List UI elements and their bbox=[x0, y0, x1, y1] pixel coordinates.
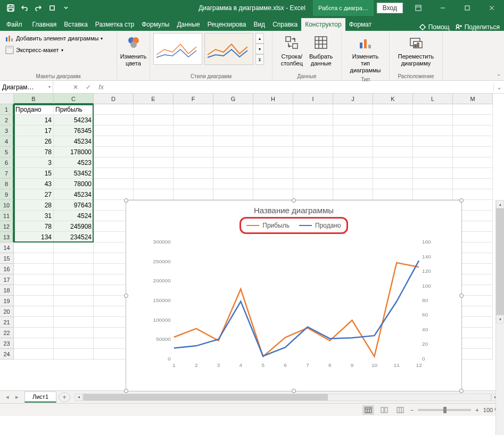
tab-chart-design[interactable]: Конструктор bbox=[301, 18, 345, 31]
scroll-up-button[interactable]: ▴ bbox=[496, 200, 504, 208]
row-header[interactable]: 17 bbox=[0, 274, 14, 285]
cell[interactable] bbox=[453, 126, 493, 136]
tab-file[interactable]: Файл bbox=[0, 18, 29, 31]
cell[interactable]: 4524 bbox=[54, 211, 94, 221]
cell[interactable] bbox=[253, 189, 293, 200]
cell[interactable] bbox=[54, 264, 94, 274]
column-header[interactable]: B bbox=[14, 94, 54, 104]
cell[interactable] bbox=[253, 104, 293, 115]
row-header[interactable]: 10 bbox=[0, 200, 14, 211]
column-header[interactable]: I bbox=[293, 94, 333, 104]
column-header[interactable]: J bbox=[333, 94, 373, 104]
cell[interactable]: 178000 bbox=[54, 147, 94, 157]
redo-button[interactable] bbox=[32, 2, 45, 14]
cell[interactable]: 45234 bbox=[54, 136, 94, 147]
row-header[interactable]: 13 bbox=[0, 232, 14, 242]
cancel-formula-button[interactable]: ✕ bbox=[69, 81, 82, 93]
tab-view[interactable]: Вид bbox=[250, 18, 269, 31]
page-layout-view-button[interactable] bbox=[378, 405, 390, 415]
cell[interactable] bbox=[253, 157, 293, 168]
cell[interactable] bbox=[293, 179, 333, 189]
close-button[interactable] bbox=[480, 0, 504, 16]
cell[interactable]: 134 bbox=[14, 232, 54, 242]
resize-handle[interactable] bbox=[459, 198, 464, 203]
chart-title[interactable]: Название диаграммы bbox=[126, 200, 461, 215]
cell[interactable] bbox=[14, 274, 54, 285]
cell[interactable] bbox=[14, 349, 54, 359]
cell[interactable] bbox=[134, 104, 173, 115]
cell[interactable] bbox=[14, 285, 54, 296]
cell[interactable] bbox=[54, 328, 94, 338]
sheet-nav-prev[interactable]: ◂ bbox=[3, 394, 12, 400]
cell[interactable] bbox=[213, 157, 253, 168]
tab-insert[interactable]: Вставка bbox=[60, 18, 92, 31]
cell[interactable] bbox=[134, 126, 173, 136]
expand-formula-bar-button[interactable]: ⌄ bbox=[493, 83, 504, 91]
cell[interactable] bbox=[413, 136, 453, 147]
cell[interactable]: 245908 bbox=[54, 221, 94, 232]
chart-plot-area[interactable]: 0500001000001500002000002500003000000204… bbox=[147, 236, 440, 374]
chart-object[interactable]: Название диаграммы Прибыль Продано 05000… bbox=[126, 200, 462, 391]
cell[interactable] bbox=[54, 338, 94, 349]
cell[interactable] bbox=[413, 104, 453, 115]
cell[interactable] bbox=[453, 168, 493, 179]
switch-row-column-button[interactable]: Строка/ столбец bbox=[279, 33, 305, 68]
cell[interactable] bbox=[213, 168, 253, 179]
cell[interactable] bbox=[453, 115, 493, 126]
cell[interactable] bbox=[293, 115, 333, 126]
enter-formula-button[interactable]: ✓ bbox=[82, 81, 95, 93]
cell[interactable] bbox=[453, 179, 493, 189]
cell[interactable] bbox=[373, 189, 413, 200]
column-header[interactable]: G bbox=[213, 94, 253, 104]
resize-handle[interactable] bbox=[459, 389, 464, 393]
cell[interactable] bbox=[173, 157, 213, 168]
cell[interactable] bbox=[293, 147, 333, 157]
cell[interactable]: 43 bbox=[14, 179, 54, 189]
cell[interactable] bbox=[333, 168, 373, 179]
row-header[interactable]: 22 bbox=[0, 328, 14, 338]
cell[interactable] bbox=[14, 306, 54, 317]
tab-format[interactable]: Формат bbox=[345, 18, 376, 31]
new-sheet-button[interactable]: + bbox=[59, 392, 70, 402]
row-header[interactable]: 24 bbox=[0, 349, 14, 359]
cell[interactable] bbox=[94, 168, 134, 179]
tell-me-button[interactable]: Помощ bbox=[419, 23, 450, 31]
touch-mode-button[interactable] bbox=[46, 2, 59, 14]
cell[interactable] bbox=[453, 104, 493, 115]
cell[interactable] bbox=[134, 147, 173, 157]
cell[interactable] bbox=[373, 147, 413, 157]
row-header[interactable]: 16 bbox=[0, 264, 14, 274]
cell[interactable] bbox=[173, 147, 213, 157]
styles-more[interactable]: ⊻ bbox=[255, 54, 264, 65]
cell[interactable] bbox=[94, 157, 134, 168]
column-header[interactable]: D bbox=[94, 94, 134, 104]
row-header[interactable]: 15 bbox=[0, 253, 14, 264]
cell[interactable] bbox=[54, 306, 94, 317]
cell[interactable] bbox=[213, 136, 253, 147]
column-header[interactable]: E bbox=[134, 94, 173, 104]
cell[interactable]: 28 bbox=[14, 200, 54, 211]
cell[interactable] bbox=[333, 157, 373, 168]
styles-scroll-down[interactable]: ▾ bbox=[255, 44, 264, 54]
cell[interactable] bbox=[173, 115, 213, 126]
cell[interactable]: 53452 bbox=[54, 168, 94, 179]
cell[interactable] bbox=[293, 168, 333, 179]
cell[interactable]: 3 bbox=[14, 157, 54, 168]
chart-legend[interactable]: Прибыль Продано bbox=[239, 217, 348, 234]
resize-handle[interactable] bbox=[124, 294, 128, 298]
zoom-in-button[interactable]: + bbox=[475, 407, 478, 413]
cell[interactable] bbox=[14, 328, 54, 338]
cell[interactable] bbox=[213, 104, 253, 115]
vertical-scrollbar[interactable]: ▴ ▾ bbox=[495, 200, 504, 435]
cell[interactable] bbox=[453, 147, 493, 157]
cell[interactable] bbox=[213, 189, 253, 200]
cell[interactable]: Прибыль bbox=[54, 104, 94, 115]
quick-layout-button[interactable]: Экспресс-макет▾ bbox=[3, 45, 65, 55]
maximize-button[interactable] bbox=[455, 0, 480, 16]
cell[interactable] bbox=[453, 136, 493, 147]
styles-scroll-up[interactable]: ▴ bbox=[255, 33, 264, 44]
cell[interactable] bbox=[173, 179, 213, 189]
column-header[interactable]: L bbox=[413, 94, 453, 104]
row-header[interactable]: 5 bbox=[0, 147, 14, 157]
row-header[interactable]: 23 bbox=[0, 338, 14, 349]
